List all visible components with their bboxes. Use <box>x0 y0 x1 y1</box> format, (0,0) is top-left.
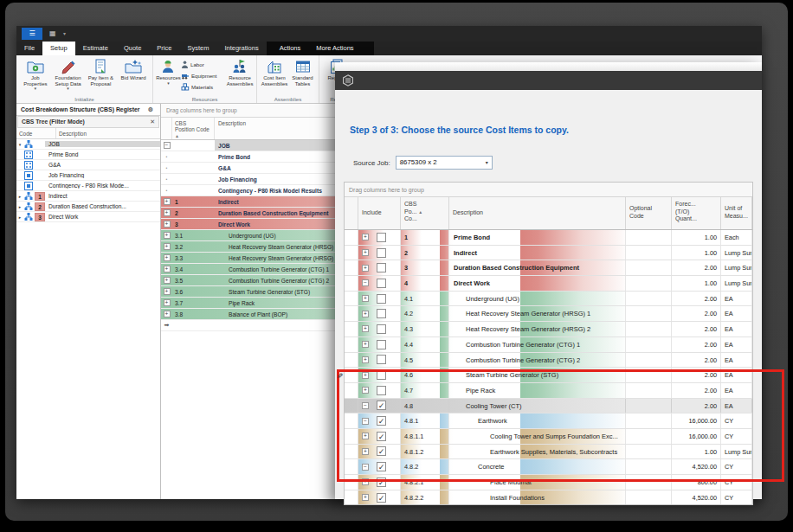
dropdown-caret-icon: ▾ <box>35 87 37 90</box>
cost-item-row[interactable]: +✓4.8.2.2Install Foundations4,520.00CY <box>345 490 752 505</box>
cost-item-row[interactable]: +4.2Heat Recovery Steam Generator (HRSG)… <box>345 306 752 322</box>
cost-item-assemblies-button[interactable]: Cost Item Assemblies <box>260 57 289 94</box>
dialog-header-bar[interactable] <box>335 71 762 90</box>
cost-item-row[interactable]: −4Direct Work1.00Lump Sum <box>345 276 752 292</box>
pay-item-proposal-button[interactable]: Pay Item & Proposal <box>85 57 118 94</box>
tab-actions[interactable]: Actions <box>272 42 309 55</box>
include-checkbox[interactable] <box>377 324 386 334</box>
include-checkbox[interactable] <box>377 294 386 304</box>
expander-icon[interactable]: + <box>362 356 369 363</box>
leaf-dot-icon: • <box>164 176 171 183</box>
tab-file[interactable]: File <box>16 42 42 55</box>
expander-icon[interactable]: + <box>362 311 369 317</box>
edit-row-pencil-icon: ✎ <box>337 372 344 381</box>
standard-tables-button[interactable]: Standard Tables <box>289 57 316 94</box>
expander-icon[interactable]: − <box>362 279 369 286</box>
cost-item-row[interactable]: +4.5Combustion Turbine Generator (CTG) 2… <box>345 353 752 369</box>
include-checkbox[interactable]: ✓ <box>377 493 386 503</box>
standard-tables-icon <box>295 59 311 74</box>
expand-arrow-icon[interactable]: ▾ <box>16 142 23 147</box>
include-checkbox[interactable] <box>377 279 386 288</box>
expander-icon[interactable]: + <box>362 341 369 348</box>
quick-access-caret-icon[interactable]: ▾ <box>63 28 66 40</box>
description-column-header[interactable]: Description <box>449 197 626 229</box>
tree-row[interactable]: G&A <box>16 160 160 170</box>
include-checkbox[interactable] <box>377 340 386 349</box>
cost-item-row[interactable]: +4.3Heat Recovery Steam Generator (HRSG)… <box>345 322 752 337</box>
tab-quote[interactable]: Quote <box>116 42 149 55</box>
ribbon-group-label: Initialize <box>16 96 152 102</box>
cbs-position-code-column-header[interactable]: CBS Po... ▲ Co... <box>401 197 449 229</box>
expander-icon[interactable]: − <box>164 142 171 149</box>
expander-icon[interactable]: + <box>164 254 171 261</box>
materials-button[interactable]: Materials <box>181 81 226 93</box>
equipment-button[interactable]: Equipment <box>181 70 226 81</box>
expand-arrow-icon[interactable]: ▸ <box>16 204 23 209</box>
expander-icon[interactable]: + <box>164 288 171 295</box>
tree-row[interactable]: Job Financing <box>16 170 160 181</box>
resources-icon <box>160 59 176 74</box>
cost-item-row[interactable]: +1Prime Bond1.00Each <box>345 230 752 246</box>
source-job-select[interactable]: 8675309 x 2 ▾ <box>396 156 493 170</box>
expander-icon[interactable]: + <box>164 299 171 306</box>
group-by-band[interactable]: Drag columns here to group <box>345 183 752 197</box>
expander-icon[interactable]: + <box>164 266 171 272</box>
expand-arrow-icon[interactable]: ▸ <box>16 215 23 220</box>
unit-of-measure-column-header[interactable]: Unit of Measu... <box>721 197 752 229</box>
panel-options-icon[interactable]: ⚙ <box>148 104 153 116</box>
tree-col-description[interactable]: Description <box>56 128 87 138</box>
include-checkbox[interactable] <box>377 233 386 242</box>
foundation-setup-data-button[interactable]: Foundation Setup Data ▾ <box>52 57 85 94</box>
tree-row[interactable]: ▾ JOB <box>16 139 160 150</box>
expander-icon[interactable]: + <box>164 311 171 317</box>
include-column-header[interactable]: Include <box>358 197 401 229</box>
app-menu-button[interactable]: ☰ <box>22 28 42 40</box>
expander-icon[interactable]: + <box>362 249 369 256</box>
tab-estimate[interactable]: Estimate <box>75 42 116 55</box>
tree-row[interactable]: ▸ 2 Duration Based Construction... <box>16 202 160 212</box>
tree-row[interactable]: Contingency - P80 Risk Mode... <box>16 181 160 191</box>
tree-row[interactable]: Prime Bond <box>16 150 160 160</box>
expander-icon[interactable]: + <box>164 221 171 228</box>
tree-row[interactable]: ▸ 1 Indirect <box>16 191 160 202</box>
tab-setup[interactable]: Setup <box>42 42 75 55</box>
expander-icon[interactable]: + <box>362 494 369 501</box>
optional-code-column-header[interactable]: Optional Code <box>626 197 672 229</box>
expander-icon[interactable]: + <box>164 277 171 284</box>
expander-icon[interactable]: + <box>164 209 171 216</box>
row-indicator-header <box>161 118 172 139</box>
cost-item-row[interactable]: +2Indirect1.00Lump Sum <box>345 246 752 261</box>
cost-item-row[interactable]: +3Duration Based Construction Equipment2… <box>345 260 752 276</box>
tab-price[interactable]: Price <box>149 42 179 55</box>
cost-item-row[interactable]: +4.1Underground (UG)2.00EA <box>345 292 752 307</box>
tab-more-actions[interactable]: More Actions <box>308 42 361 55</box>
include-checkbox[interactable] <box>377 309 386 318</box>
expander-icon[interactable]: + <box>362 325 369 332</box>
expander-icon[interactable]: + <box>362 265 369 272</box>
quick-access-icon[interactable]: ▦ <box>49 28 56 40</box>
expander-icon[interactable]: + <box>362 295 369 302</box>
cost-item-row[interactable]: +4.4Combustion Turbine Generator (CTG) 1… <box>345 337 752 353</box>
expander-icon[interactable]: + <box>164 243 171 250</box>
cbs-position-code-header[interactable]: CBS Position Code ▲ <box>172 118 215 139</box>
resource-assemblies-button[interactable]: Resource Assemblies <box>226 57 254 94</box>
sort-ascending-icon: ▲ <box>418 209 422 215</box>
tree-row[interactable]: ▸ 3 Direct Work <box>16 212 160 222</box>
forecast-quantity-column-header[interactable]: Forec... (T/O) Quant... <box>672 197 721 229</box>
expander-icon[interactable]: + <box>362 234 369 240</box>
bid-wizard-button[interactable]: Bid Wizard <box>117 57 150 94</box>
tab-integrations[interactable]: Integrations <box>216 42 266 55</box>
labor-button[interactable]: Labor <box>181 59 226 70</box>
include-checkbox[interactable] <box>377 263 386 272</box>
close-icon[interactable]: ✕ <box>150 117 155 127</box>
expander-icon[interactable]: + <box>164 232 171 239</box>
job-properties-button[interactable]: Job Properties ▾ <box>19 57 52 94</box>
dropdown-caret-icon: ▾ <box>67 87 69 90</box>
resources-button[interactable]: Resources ▾ <box>156 57 181 94</box>
expand-arrow-icon[interactable]: ▸ <box>16 194 23 199</box>
tab-system[interactable]: System <box>179 42 216 55</box>
tree-col-code[interactable]: Code <box>16 128 56 138</box>
expander-icon[interactable]: + <box>164 198 171 205</box>
include-checkbox[interactable] <box>377 355 386 364</box>
include-checkbox[interactable] <box>377 248 386 258</box>
